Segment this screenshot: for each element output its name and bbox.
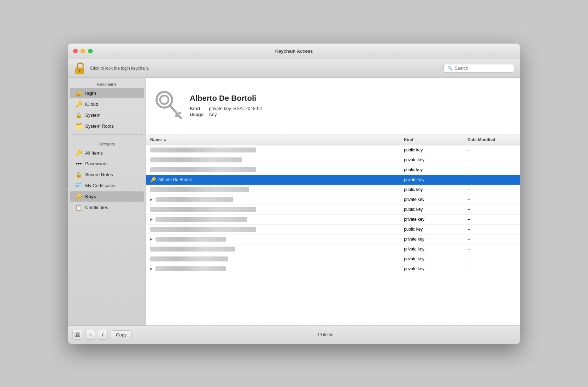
blurred-name xyxy=(155,217,247,222)
expand-icon: ▶ xyxy=(150,267,153,271)
sidebar-divider xyxy=(71,134,143,135)
svg-point-4 xyxy=(160,96,169,104)
row-kind: public key xyxy=(400,206,463,213)
close-button[interactable] xyxy=(73,49,78,53)
table-row[interactable]: public key-- xyxy=(146,225,520,235)
row-kind: public key xyxy=(400,226,463,233)
row-name: Alberto De Bortoli xyxy=(158,177,192,182)
row-date: -- xyxy=(463,246,520,253)
sidebar-item-all-items[interactable]: 🔑 All Items xyxy=(70,148,144,158)
row-date: -- xyxy=(463,166,520,173)
sidebar-item-login[interactable]: 🔐 login xyxy=(70,88,144,98)
sidebar-label-system-roots: System Roots xyxy=(85,123,114,129)
blurred-name xyxy=(150,207,256,212)
table-row[interactable]: ▶private key-- xyxy=(146,264,520,274)
svg-rect-6 xyxy=(175,115,178,117)
table-row[interactable]: private key-- xyxy=(146,244,520,254)
passwords-icon: ••• xyxy=(75,161,82,167)
col-header-name[interactable]: Name ▲ xyxy=(146,136,400,144)
sidebar-item-icloud[interactable]: 🔑 iCloud xyxy=(70,99,144,109)
system-roots-icon: 🗂️ xyxy=(75,123,82,129)
svg-rect-7 xyxy=(178,112,181,114)
table-row[interactable]: ▶private key-- xyxy=(146,215,520,225)
row-kind: private key xyxy=(400,216,463,223)
table-row[interactable]: private key-- xyxy=(146,254,520,264)
sidebar-item-system-roots[interactable]: 🗂️ System Roots xyxy=(70,121,144,131)
sidebar: Keychains 🔐 login 🔑 iCloud 🔒 System 🗂️ S… xyxy=(68,78,146,325)
sidebar-label-system: System xyxy=(85,112,100,118)
sidebar-item-system[interactable]: 🔒 System xyxy=(70,110,144,120)
row-kind: private key xyxy=(400,176,463,183)
blurred-name xyxy=(150,167,256,172)
row-kind: public key xyxy=(400,166,463,173)
key-detail-icon xyxy=(154,90,183,122)
row-kind: public key xyxy=(400,146,463,154)
certificates-icon: 📋 xyxy=(75,204,82,211)
search-icon: 🔍 xyxy=(447,66,453,71)
sidebar-item-keys[interactable]: 🔑 Keys xyxy=(70,191,144,202)
table-row[interactable]: public key-- xyxy=(146,185,520,195)
blurred-name xyxy=(155,266,226,271)
system-icon: 🔒 xyxy=(75,112,82,119)
all-items-icon: 🔑 xyxy=(75,150,82,156)
row-date: -- xyxy=(463,196,520,203)
sidebar-label-keys: Keys xyxy=(85,194,96,199)
table-row[interactable]: 🔑Alberto De Bortoliprivate key-- xyxy=(146,175,520,185)
sidebar-label-certificates: Certificates xyxy=(85,205,108,210)
detail-usage-row: Usage Any xyxy=(190,112,511,117)
table-row[interactable]: ▶private key-- xyxy=(146,195,520,205)
info-button[interactable]: i xyxy=(98,330,108,340)
expand-icon: ▶ xyxy=(150,237,153,241)
detail-kind-value: private key, RSA, 2048-bit xyxy=(209,106,262,111)
sidebar-item-certificates[interactable]: 📋 Certificates xyxy=(70,202,144,213)
table-header: Name ▲ Kind Date Modified xyxy=(146,134,520,145)
search-input[interactable] xyxy=(455,66,510,71)
maximize-button[interactable] xyxy=(88,49,93,53)
table-row[interactable]: public key-- xyxy=(146,165,520,175)
svg-rect-2 xyxy=(79,70,80,72)
add-button[interactable]: + xyxy=(85,330,95,340)
bottom-bar: + i Copy 19 items xyxy=(68,325,520,344)
col-header-date[interactable]: Date Modified xyxy=(463,136,520,144)
sidebar-item-my-certificates[interactable]: 🪪 My Certificates xyxy=(70,180,144,191)
svg-rect-10 xyxy=(76,333,78,333)
table-row[interactable]: public key-- xyxy=(146,145,520,155)
table-row[interactable]: ▶private key-- xyxy=(146,235,520,244)
unlock-icon xyxy=(74,62,87,75)
row-kind: public key xyxy=(400,186,463,193)
row-date: -- xyxy=(463,226,520,233)
row-date: -- xyxy=(463,176,520,183)
secure-notes-icon: 🔒 xyxy=(75,171,82,178)
screenshot-button[interactable] xyxy=(72,330,82,340)
row-kind: private key xyxy=(400,255,463,262)
sidebar-item-secure-notes[interactable]: 🔒 Secure Notes xyxy=(70,169,144,180)
blurred-name xyxy=(150,187,249,192)
lock-area[interactable]: Click to lock the login keychain. xyxy=(74,62,149,75)
table-row[interactable]: private key-- xyxy=(146,155,520,165)
content-area: Alberto De Bortoli Kind private key, RSA… xyxy=(146,78,520,325)
copy-button[interactable]: Copy xyxy=(111,330,132,339)
svg-point-9 xyxy=(76,334,78,336)
titlebar: Keychain Access xyxy=(68,44,520,59)
app-title: Keychain Access xyxy=(275,48,313,54)
row-kind: private key xyxy=(400,236,463,243)
col-header-kind[interactable]: Kind xyxy=(400,136,463,144)
minimize-button[interactable] xyxy=(81,49,85,53)
sidebar-label-icloud: iCloud xyxy=(85,102,98,107)
blurred-name xyxy=(150,256,228,261)
sidebar-label-secure-notes: Secure Notes xyxy=(85,172,113,177)
blurred-name xyxy=(150,227,256,232)
search-box[interactable]: 🔍 xyxy=(443,64,514,73)
sidebar-item-passwords[interactable]: ••• Passwords xyxy=(70,159,144,169)
key-row-icon: 🔑 xyxy=(150,177,156,183)
item-count: 19 items xyxy=(135,332,516,337)
sidebar-label-all-items: All Items xyxy=(85,150,103,156)
table-row[interactable]: public key-- xyxy=(146,205,520,215)
detail-usage-value: Any xyxy=(209,112,217,117)
category-label: Category xyxy=(68,138,146,148)
keychains-label: Keychains xyxy=(68,78,146,88)
keys-icon: 🔑 xyxy=(75,193,82,200)
table-body: public key--private key--public key--🔑Al… xyxy=(146,145,520,325)
my-certificates-icon: 🪪 xyxy=(75,182,82,189)
row-date: -- xyxy=(463,236,520,243)
